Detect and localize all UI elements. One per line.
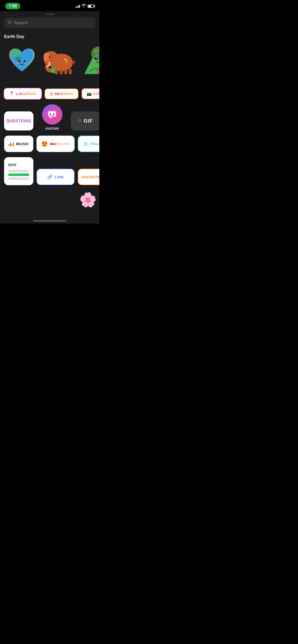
- svg-line-38: [80, 121, 81, 122]
- svg-point-2: [18, 60, 20, 62]
- sheet-handle-area: [0, 11, 99, 15]
- status-icons: [75, 4, 94, 8]
- sticker-tree[interactable]: [80, 42, 99, 78]
- svg-point-3: [23, 60, 25, 62]
- slider-track: [50, 143, 70, 145]
- svg-rect-17: [97, 69, 99, 74]
- add-yours-label: ADD YOURS: [93, 92, 100, 96]
- sticker-earth-heart[interactable]: [4, 42, 40, 78]
- svg-line-1: [10, 23, 11, 24]
- sticker-row-2: QUESTIONS: [4, 104, 95, 130]
- link-button[interactable]: 🔗 LINK: [36, 169, 75, 185]
- avatar-circle: [42, 104, 62, 125]
- search-icon: [8, 20, 12, 25]
- quiz-button[interactable]: QUIZ: [4, 157, 33, 185]
- wifi-icon: [82, 4, 86, 8]
- quiz-options: [8, 170, 29, 180]
- mention-label: MENTION: [55, 92, 73, 96]
- sticker-row-4: QUIZ 🔗 LINK #HASHTAG: [4, 157, 95, 185]
- quiz-label: QUIZ: [8, 163, 17, 167]
- battery-icon: [88, 5, 94, 8]
- svg-point-19: [94, 50, 97, 52]
- svg-point-8: [44, 52, 50, 62]
- poll-label: POLL: [90, 142, 100, 146]
- svg-point-26: [93, 60, 96, 61]
- status-bar: 7:58: [0, 0, 99, 11]
- bottom-area: 🌸: [0, 185, 99, 206]
- music-button[interactable]: MUSIC: [4, 136, 33, 152]
- svg-rect-13: [60, 69, 63, 75]
- earth-day-stickers[interactable]: SHOP SUSTAINA: [0, 42, 99, 82]
- camera-icon: 📷: [87, 91, 92, 96]
- svg-point-35: [50, 113, 51, 115]
- svg-rect-15: [69, 69, 72, 75]
- svg-point-10: [50, 56, 51, 57]
- svg-point-36: [53, 113, 55, 115]
- search-small-icon: [78, 119, 82, 123]
- location-label: LOCATION: [16, 92, 36, 96]
- svg-rect-14: [64, 69, 67, 75]
- slider-button[interactable]: 😍: [36, 136, 75, 152]
- music-label: MUSIC: [16, 142, 29, 146]
- link-icon: 🔗: [47, 174, 53, 180]
- section-title-earth-day: Earth Day: [0, 32, 99, 42]
- svg-rect-12: [55, 69, 58, 75]
- svg-point-24: [95, 58, 97, 60]
- sticker-row-3: MUSIC 😍 POLL: [4, 136, 95, 152]
- mention-button[interactable]: @ MENTION: [45, 89, 78, 99]
- sheet-content: Search Earth Day: [0, 15, 99, 218]
- home-indicator: [0, 218, 99, 224]
- slider-emoji: 😍: [41, 141, 48, 147]
- link-label: LINK: [55, 175, 64, 179]
- location-button[interactable]: 📍 LOCATION: [4, 88, 42, 99]
- search-bar-wrap: Search: [0, 15, 99, 32]
- svg-point-22: [95, 54, 98, 57]
- gif-label: GIF: [84, 118, 93, 124]
- svg-point-4: [17, 62, 19, 64]
- hashtag-button[interactable]: #HASHTAG: [78, 169, 99, 185]
- home-bar: [33, 220, 66, 222]
- pin-icon: 📍: [9, 91, 14, 96]
- sticker-row-1: 📍 LOCATION @ MENTION 📷 ADD YOURS: [4, 88, 95, 99]
- search-bar[interactable]: Search: [4, 18, 95, 28]
- divider: [4, 83, 95, 83]
- time-display: 7:58: [5, 3, 20, 9]
- sheet-handle: [45, 14, 54, 15]
- avatar-button[interactable]: AVATAR: [37, 104, 67, 130]
- hashtag-label: #HASHTAG: [82, 175, 99, 179]
- at-icon: @: [50, 92, 54, 96]
- avatar-label: AVATAR: [45, 127, 59, 130]
- sticker-grid: 📍 LOCATION @ MENTION 📷 ADD YOURS QUESTIO…: [0, 88, 99, 185]
- search-placeholder: Search: [14, 20, 28, 25]
- svg-point-5: [24, 62, 27, 64]
- sticker-elephant[interactable]: [42, 42, 78, 78]
- questions-button[interactable]: QUESTIONS: [4, 111, 33, 130]
- signal-icon: [75, 4, 80, 8]
- add-yours-button[interactable]: 📷 ADD YOURS: [82, 88, 100, 99]
- music-bars-icon: [8, 142, 14, 146]
- gif-button[interactable]: GIF: [71, 111, 99, 130]
- questions-label: QUESTIONS: [6, 119, 31, 123]
- poll-button[interactable]: POLL: [78, 136, 99, 152]
- poll-lines-icon: [84, 142, 88, 145]
- floating-sticker: 🌸: [79, 192, 97, 208]
